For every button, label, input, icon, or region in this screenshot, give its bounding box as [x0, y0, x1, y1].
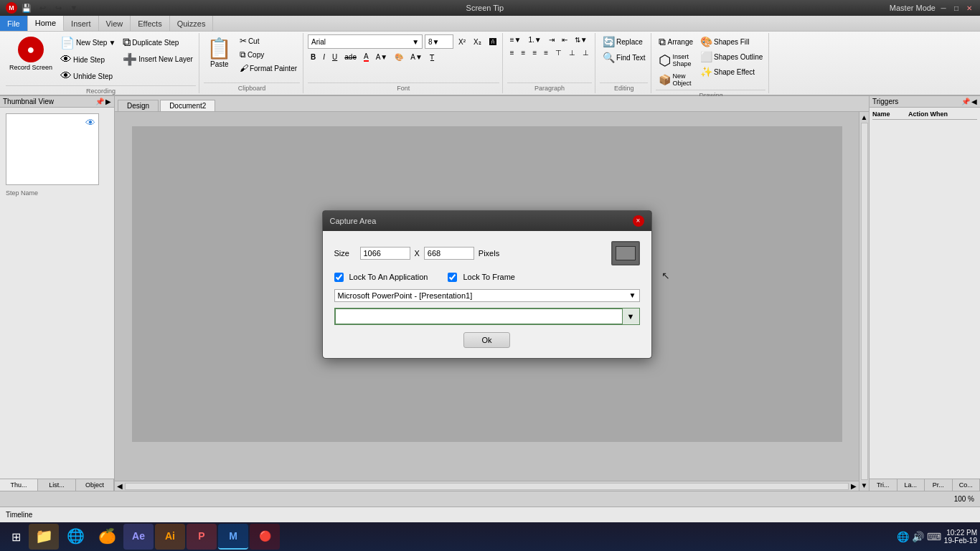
clock[interactable]: 10:22 PM 19-Feb-19 [944, 529, 977, 545]
h-scrollbar[interactable]: ◀ ▶ [115, 481, 859, 491]
text-direction-para-btn[interactable]: ⇅▼ [572, 34, 590, 45]
find-text-btn[interactable]: 🔍 Find Text [600, 50, 648, 65]
tab-file[interactable]: File [0, 16, 28, 31]
new-step-dropdown[interactable]: ▼ [108, 39, 116, 47]
tab-effects[interactable]: Effects [131, 16, 169, 31]
tab-quizzes[interactable]: Quizzes [170, 16, 214, 31]
tab-layers[interactable]: La... [897, 479, 925, 491]
indent-btn[interactable]: ⇥ [546, 34, 557, 45]
align-right-btn[interactable]: ≡ [529, 47, 540, 58]
italic-btn[interactable]: I [320, 52, 328, 62]
taskbar-app-ae[interactable]: Ae [123, 524, 154, 550]
v-scroll-track[interactable] [861, 123, 868, 480]
font-size-input[interactable]: 8▼ [425, 34, 453, 49]
taskbar-app-fruit[interactable]: 🍊 [92, 524, 122, 550]
taskbar-app-pp[interactable]: P [187, 524, 217, 550]
slide-thumbnail[interactable]: 👁 [6, 113, 99, 185]
font-color2-btn[interactable]: A▼ [407, 52, 425, 62]
tab-view[interactable]: View [99, 16, 131, 31]
new-object-btn[interactable]: 📦 NewObject [656, 71, 696, 88]
lock-app-checkbox[interactable] [334, 273, 344, 282]
paste-btn[interactable]: 📋 Paste [204, 34, 235, 70]
tab-conditions[interactable]: Co... [953, 479, 981, 491]
h-scroll-track[interactable] [125, 483, 849, 490]
save-btn[interactable]: 💾 [20, 1, 33, 14]
unhide-step-btn[interactable]: 👁 Unhide Step [57, 68, 118, 84]
outdent-btn[interactable]: ⇤ [559, 34, 570, 45]
bold-btn[interactable]: B [308, 52, 319, 62]
redo-btn[interactable]: ↪ [52, 1, 65, 14]
v-scrollbar[interactable]: ▲ ▼ [859, 112, 869, 491]
numbering-btn[interactable]: 1.▼ [525, 34, 544, 45]
underline-btn[interactable]: U [329, 52, 340, 62]
h-scroll-left-btn[interactable]: ◀ [115, 482, 125, 490]
insert-shape-btn[interactable]: ⬡ InsertShape [656, 50, 696, 70]
align-top-btn[interactable]: ⊤ [552, 47, 565, 58]
window-dropdown-btn[interactable]: ▼ [622, 309, 639, 324]
shapes-outline-btn[interactable]: ⬜ Shapes Outline [697, 50, 765, 64]
window-input[interactable] [335, 309, 622, 324]
start-button[interactable]: ⊞ [3, 524, 29, 550]
taskbar-app-explorer[interactable]: 📁 [29, 524, 59, 550]
monitor-icon[interactable] [611, 241, 640, 265]
qa-dropdown-btn[interactable]: ▼ [67, 1, 80, 14]
shape-effect-btn[interactable]: ✨ Shape Effect [697, 65, 765, 79]
volume-icon[interactable]: 🔊 [912, 531, 924, 542]
subscript-btn[interactable]: X₂ [471, 37, 484, 47]
dialog-close-btn[interactable]: × [633, 215, 644, 227]
taskbar-app-red[interactable]: 🔴 [250, 524, 280, 550]
keyboard-icon[interactable]: ⌨ [927, 531, 941, 542]
v-scroll-up-btn[interactable]: ▲ [861, 112, 868, 123]
triggers-pin-btn[interactable]: 📌 [961, 98, 970, 105]
font-family-dropdown[interactable]: Arial▼ [308, 34, 423, 49]
tab-triggers[interactable]: Tri... [870, 479, 897, 491]
superscript-btn[interactable]: X² [456, 37, 468, 47]
shapes-fill-btn[interactable]: 🎨 Shapes Fill [697, 34, 765, 49]
new-step-btn[interactable]: 📄 New Step ▼ [57, 34, 118, 51]
height-input[interactable] [424, 247, 474, 260]
taskbar-app-chrome[interactable]: 🌐 [60, 524, 90, 550]
taskbar-app-m[interactable]: M [218, 524, 248, 550]
taskbar-app-ai[interactable]: Ai [155, 524, 185, 550]
v-scroll-down-btn[interactable]: ▼ [861, 480, 868, 491]
format-painter-btn[interactable]: 🖌 Format Painter [237, 62, 300, 75]
close-btn[interactable]: ✕ [964, 3, 974, 13]
app-dropdown[interactable]: Microsoft PowerPoint - [Presentation1] ▼ [334, 289, 640, 302]
ok-btn[interactable]: Ok [463, 332, 509, 348]
panel-pin-btn[interactable]: 📌 [95, 98, 104, 105]
width-input[interactable] [360, 247, 410, 260]
restore-btn[interactable]: □ [951, 3, 961, 13]
network-icon[interactable]: 🌐 [897, 531, 909, 542]
tab-object[interactable]: Object [76, 479, 114, 491]
text-direction-btn[interactable]: T̲ [427, 52, 437, 62]
clear-format-btn[interactable]: 🅰 [486, 37, 499, 47]
tab-insert[interactable]: Insert [64, 16, 99, 31]
arrange-btn[interactable]: ⧉ Arrange [656, 34, 696, 50]
record-screen-btn[interactable]: ● Record Screen [6, 34, 56, 73]
tab-thumbnails[interactable]: Thu... [0, 479, 38, 491]
font-color-btn[interactable]: A [361, 51, 372, 63]
duplicate-step-btn[interactable]: ⧉ Duplicate Step [120, 34, 196, 50]
canvas-scroll[interactable]: Capture Area × Size X [115, 112, 859, 481]
tab-home[interactable]: Home [28, 16, 64, 31]
tab-list[interactable]: List... [38, 479, 76, 491]
copy-btn[interactable]: ⧉ Copy [237, 48, 300, 61]
bullets-btn[interactable]: ≡▼ [507, 34, 524, 45]
align-bottom-btn[interactable]: ⊥ [580, 47, 592, 58]
minimize-btn[interactable]: ─ [938, 3, 948, 13]
panel-close-btn[interactable]: ▶ [105, 98, 111, 105]
lock-frame-checkbox[interactable] [448, 273, 457, 282]
replace-btn[interactable]: 🔄 Replace [600, 34, 646, 49]
tab-properties[interactable]: Pr... [925, 479, 953, 491]
align-left-btn[interactable]: ≡ [507, 47, 517, 58]
tab-design[interactable]: Design [118, 100, 159, 111]
triggers-close-btn[interactable]: ◀ [971, 98, 977, 105]
strikethrough-btn[interactable]: ade [341, 52, 359, 62]
insert-new-layer-btn[interactable]: ➕ Insert New Layer [120, 51, 196, 67]
undo-btn[interactable]: ↩ [36, 1, 49, 14]
h-scroll-right-btn[interactable]: ▶ [849, 482, 859, 490]
cut-btn[interactable]: ✂ Cut [237, 34, 300, 47]
align-center-btn[interactable]: ≡ [519, 47, 529, 58]
align-middle-btn[interactable]: ⊥ [566, 47, 578, 58]
tab-document2[interactable]: Document2 [160, 100, 215, 111]
